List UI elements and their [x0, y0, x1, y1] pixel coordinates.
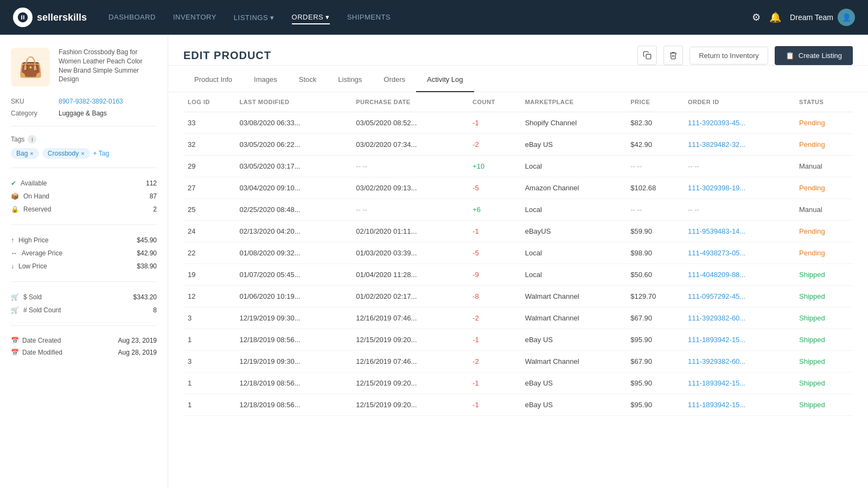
on-hand-icon: 📦 — [11, 192, 19, 200]
order-id-dash: -- -- — [688, 206, 699, 214]
sku-value[interactable]: 8907-9382-3892-0163 — [59, 98, 123, 105]
cell-last-modified: 12/18/2019 08:56... — [235, 394, 352, 416]
page-header: EDIT PRODUCT Return to Inventory 📋 Creat… — [168, 35, 868, 66]
order-id-link[interactable]: 111-0957292-45... — [688, 292, 745, 300]
cell-purchase-date: 12/16/2019 07:46... — [352, 351, 468, 373]
nav-shipments[interactable]: SHIPMENTS — [347, 11, 391, 24]
order-id-link[interactable]: 111-1893942-15... — [688, 401, 745, 409]
order-id-link[interactable]: 111-4938273-05... — [688, 249, 745, 257]
cell-order-id[interactable]: 111-4938273-05... — [684, 242, 795, 264]
cell-price: $98.90 — [626, 242, 684, 264]
cell-order-id[interactable]: 111-3920393-45... — [684, 112, 795, 134]
cell-price: $95.90 — [626, 394, 684, 416]
tag-crossbody-remove[interactable]: × — [81, 150, 84, 157]
nav-inventory[interactable]: INVENTORY — [173, 11, 216, 24]
order-id-link[interactable]: 111-1893942-15... — [688, 336, 745, 344]
cell-order-id[interactable]: 111-1893942-15... — [684, 394, 795, 416]
bell-icon[interactable]: 🔔 — [769, 11, 781, 23]
cell-log-id: 1 — [183, 394, 235, 416]
cell-order-id[interactable]: -- -- — [684, 156, 795, 177]
order-id-link[interactable]: 111-3029398-19... — [688, 184, 745, 192]
cell-count: -5 — [468, 177, 521, 199]
create-listing-button[interactable]: 📋 Create Listing — [775, 46, 853, 65]
cell-order-id[interactable]: 111-0957292-45... — [684, 286, 795, 307]
tag-bag-remove[interactable]: × — [30, 150, 33, 157]
nav-listings[interactable]: LISTINGS ▾ — [234, 11, 275, 24]
sku-label: SKU — [11, 98, 54, 105]
copy-button[interactable] — [637, 46, 657, 65]
cell-log-id: 27 — [183, 177, 235, 199]
logo[interactable]: sellerskills — [13, 8, 87, 27]
order-id-link[interactable]: 111-4048209-88... — [688, 271, 745, 279]
cell-price: -- -- — [626, 199, 684, 221]
cell-log-id: 1 — [183, 329, 235, 351]
sold-dollars-value: $343.20 — [133, 293, 157, 301]
nav-dashboard[interactable]: DASHBOARD — [108, 11, 156, 24]
order-id-link[interactable]: 111-3929382-60... — [688, 314, 745, 322]
divider-4 — [11, 281, 157, 282]
sold-dollars-label: 🛒 $ Sold — [11, 293, 42, 301]
cell-order-id[interactable]: 111-3929382-60... — [684, 307, 795, 329]
cell-count: -2 — [468, 134, 521, 156]
table-row: 1 12/18/2019 08:56... 12/15/2019 09:20..… — [183, 394, 853, 416]
header-left: sellerskills DASHBOARD INVENTORY LISTING… — [13, 8, 391, 27]
cell-price: $67.90 — [626, 351, 684, 373]
cell-last-modified: 12/18/2019 08:56... — [235, 329, 352, 351]
username: Dream Team — [790, 13, 833, 22]
divider-3 — [11, 224, 157, 225]
cell-order-id[interactable]: 111-3029398-19... — [684, 177, 795, 199]
order-id-link[interactable]: 111-9539483-14... — [688, 227, 745, 235]
cell-status: Pending — [795, 177, 853, 199]
svg-rect-0 — [646, 54, 651, 59]
order-id-link[interactable]: 111-3829482-32... — [688, 140, 745, 149]
on-hand-value: 87 — [150, 192, 157, 200]
return-to-inventory-button[interactable]: Return to Inventory — [690, 47, 768, 65]
cell-order-id[interactable]: 111-4048209-88... — [684, 264, 795, 286]
cell-last-modified: 03/05/2020 03:17... — [235, 156, 352, 177]
logo-icon — [13, 8, 33, 27]
cell-purchase-date: 12/16/2019 07:46... — [352, 307, 468, 329]
cell-last-modified: 02/13/2020 04:20... — [235, 221, 352, 242]
tab-activity-log[interactable]: Activity Log — [416, 68, 474, 92]
order-id-link[interactable]: 111-1893942-15... — [688, 379, 745, 387]
cell-status: Pending — [795, 242, 853, 264]
avg-price-row: ↔ Average Price $42.90 — [11, 247, 157, 260]
user-info[interactable]: Dream Team 👤 — [790, 9, 855, 26]
nav-orders[interactable]: ORDERS ▾ — [292, 11, 330, 24]
cell-order-id[interactable]: -- -- — [684, 199, 795, 221]
order-id-link[interactable]: 111-3920393-45... — [688, 119, 745, 127]
delete-button[interactable] — [663, 46, 683, 65]
cell-marketplace: Amazon Channel — [521, 177, 627, 199]
cell-status: Pending — [795, 112, 853, 134]
available-row: ✔ Available 112 — [11, 177, 157, 190]
tab-orders[interactable]: Orders — [373, 68, 416, 92]
tab-stock[interactable]: Stock — [288, 68, 328, 92]
cell-order-id[interactable]: 111-1893942-15... — [684, 329, 795, 351]
cell-status: Shipped — [795, 307, 853, 329]
low-price-icon: ↓ — [11, 262, 14, 270]
price-stats: ↑ High Price $45.90 ↔ Average Price $42.… — [11, 234, 157, 273]
cell-order-id[interactable]: 111-3829482-32... — [684, 134, 795, 156]
add-tag-button[interactable]: + Tag — [93, 150, 109, 157]
tab-images[interactable]: Images — [243, 68, 288, 92]
order-id-link[interactable]: 111-3929382-60... — [688, 357, 745, 365]
tab-listings[interactable]: Listings — [327, 68, 373, 92]
cell-marketplace: Shopify Channel — [521, 112, 627, 134]
cell-log-id: 33 — [183, 112, 235, 134]
create-listing-icon: 📋 — [786, 52, 794, 60]
tab-product-info[interactable]: Product Info — [183, 68, 243, 92]
cell-order-id[interactable]: 111-1893942-15... — [684, 373, 795, 394]
cell-order-id[interactable]: 111-9539483-14... — [684, 221, 795, 242]
cell-last-modified: 02/25/2020 08:48... — [235, 199, 352, 221]
cell-count: -1 — [468, 112, 521, 134]
reserved-label: 🔒 Reserved — [11, 206, 51, 213]
cell-marketplace: Walmart Channel — [521, 286, 627, 307]
cell-order-id[interactable]: 111-3929382-60... — [684, 351, 795, 373]
table-row: 3 12/19/2019 09:30... 12/16/2019 07:46..… — [183, 307, 853, 329]
cell-last-modified: 12/19/2019 09:30... — [235, 351, 352, 373]
cell-log-id: 1 — [183, 373, 235, 394]
available-value: 112 — [146, 179, 157, 187]
category-row: Category Luggage & Bags — [11, 110, 157, 117]
settings-icon[interactable]: ⚙ — [752, 11, 761, 23]
product-image: 👜 — [11, 48, 50, 87]
